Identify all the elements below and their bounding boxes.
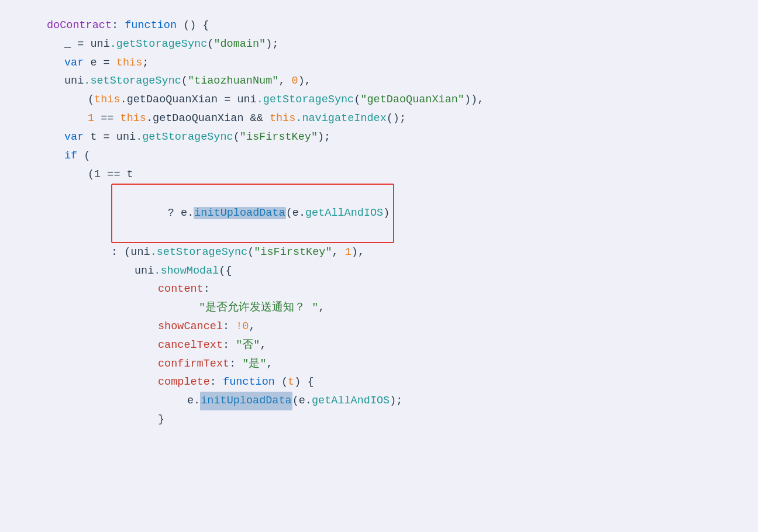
- code-line: confirmText: "是",: [29, 355, 758, 374]
- token: uni: [116, 128, 136, 147]
- token: : (: [111, 243, 130, 262]
- token: }: [158, 410, 164, 429]
- token: ,: [267, 355, 273, 374]
- token: .getStorageSync: [110, 35, 208, 54]
- token: :: [223, 336, 236, 355]
- code-line: complete: function (t) {: [29, 373, 758, 392]
- token: if: [64, 147, 77, 165]
- token: this: [94, 91, 120, 109]
- token: .setStorageSync: [84, 72, 181, 91]
- token: .navigateIndex: [295, 109, 386, 128]
- token: (: [354, 91, 360, 109]
- token: this: [116, 54, 142, 72]
- token: (: [247, 243, 254, 262]
- token: var: [64, 54, 84, 72]
- token: !0: [236, 317, 249, 336]
- code-line: 1 == this.getDaoQuanXian && this.navigat…: [29, 109, 758, 128]
- token: ) {: [294, 373, 313, 392]
- token: :: [210, 373, 223, 392]
- code-editor: doContract: function () { _ = uni.getSto…: [0, 0, 758, 532]
- token: .setStorageSync: [150, 243, 248, 262]
- token: ),: [352, 243, 364, 262]
- token: );: [318, 128, 330, 147]
- token-init-upload-2: initUploadData: [200, 392, 292, 410]
- token: _ =: [64, 35, 90, 54]
- token: 1: [88, 109, 94, 128]
- code-block: doContract: function () { _ = uni.getSto…: [0, 11, 758, 429]
- token: function: [125, 16, 177, 35]
- token: "isFirstKey": [240, 128, 318, 147]
- token: ,: [249, 317, 255, 336]
- code-line: content:: [29, 280, 758, 299]
- token: ,: [332, 243, 345, 262]
- token: cancelText: [158, 336, 223, 355]
- token: ,: [278, 72, 291, 91]
- token: );: [266, 35, 278, 54]
- code-line: uni.setStorageSync("tiaozhuanNum", 0),: [29, 72, 758, 91]
- token: ? e.: [168, 207, 194, 219]
- code-line: e.initUploadData(e.getAllAndIOS);: [29, 392, 758, 410]
- token: t =: [84, 128, 116, 147]
- token: .getStorageSync: [136, 128, 233, 147]
- token: ,: [260, 336, 266, 355]
- token: (e.: [286, 207, 305, 219]
- token: )),: [464, 91, 484, 109]
- code-line: cancelText: "否",: [29, 336, 758, 355]
- token: (: [181, 72, 188, 91]
- token: "是否允许发送通知？ ": [199, 299, 318, 317]
- code-line: }: [29, 410, 758, 429]
- token: "getDaoQuanXian": [360, 91, 464, 109]
- token: function: [223, 373, 275, 392]
- token: showCancel: [158, 317, 223, 336]
- token: :: [223, 317, 236, 336]
- token: "是": [242, 355, 266, 374]
- token: ({: [219, 262, 232, 281]
- token: 0: [292, 72, 298, 91]
- token: "tiaozhuanNum": [188, 72, 278, 91]
- token: (: [88, 91, 94, 109]
- code-line: var t = uni.getStorageSync("isFirstKey")…: [29, 128, 758, 147]
- token: .getDaoQuanXian &&: [146, 109, 270, 128]
- token: "domain": [213, 35, 266, 54]
- token: ();: [387, 109, 406, 128]
- code-line: (this.getDaoQuanXian = uni.getStorageSyn…: [29, 91, 758, 109]
- token: content: [158, 280, 204, 299]
- token: uni: [64, 72, 84, 91]
- token: (: [207, 35, 213, 54]
- token: (1 == t: [88, 165, 133, 184]
- token: .showModal: [154, 262, 219, 281]
- token: e.: [187, 392, 200, 410]
- token: .getStorageSync: [257, 91, 354, 109]
- code-line: showCancel: !0,: [29, 317, 758, 336]
- token: getAllAndIOS: [312, 392, 390, 410]
- token: (: [233, 128, 240, 147]
- token: (: [275, 373, 288, 392]
- code-line: doContract: function () {: [29, 16, 758, 35]
- token: 1: [345, 243, 352, 262]
- token: () {: [177, 16, 209, 35]
- token: confirmText: [158, 355, 229, 374]
- token: ),: [298, 72, 311, 91]
- code-line: uni.showModal({: [29, 262, 758, 281]
- token: .getDaoQuanXian =: [120, 91, 237, 109]
- token: t: [288, 373, 294, 392]
- token: getAllAndIOS: [305, 207, 383, 219]
- token: e =: [84, 54, 116, 72]
- token: ,: [318, 299, 325, 317]
- token: "isFirstKey": [254, 243, 332, 262]
- token: doContract: [47, 16, 112, 35]
- token-init-upload: initUploadData: [194, 207, 285, 219]
- code-line: (1 == t: [29, 165, 758, 184]
- token: (: [77, 147, 90, 165]
- token: uni: [90, 35, 109, 54]
- token: ): [383, 207, 390, 219]
- token: uni: [135, 262, 154, 281]
- token: :: [204, 280, 210, 299]
- token: "否": [236, 336, 260, 355]
- code-line: : (uni.setStorageSync("isFirstKey", 1),: [29, 243, 758, 262]
- token: :: [229, 355, 242, 374]
- code-line: var e = this;: [29, 54, 758, 72]
- token: );: [390, 392, 402, 410]
- token: :: [112, 16, 125, 35]
- code-line-highlighted: ? e.initUploadData(e.getAllAndIOS): [29, 184, 758, 243]
